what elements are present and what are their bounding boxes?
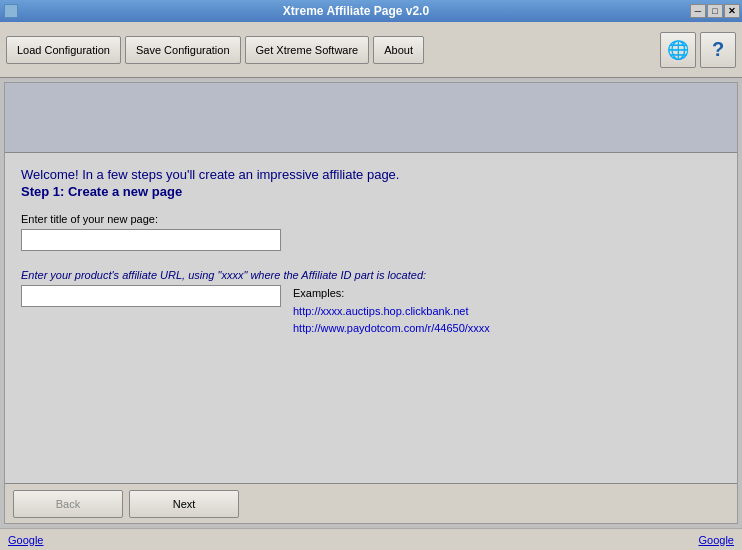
step-label: Step 1: Create a new page bbox=[21, 184, 721, 199]
title-bar: Xtreme Affiliate Page v2.0 ─ □ ✕ bbox=[0, 0, 742, 22]
next-button[interactable]: Next bbox=[129, 490, 239, 518]
url-section: Enter your product's affiliate URL, usin… bbox=[21, 269, 721, 338]
help-icon: ? bbox=[712, 38, 724, 61]
google-link-left[interactable]: Google bbox=[8, 534, 43, 546]
toolbar-icons: 🌐 ? bbox=[660, 32, 736, 68]
google-link-right[interactable]: Google bbox=[699, 534, 734, 546]
content-area: Welcome! In a few steps you'll create an… bbox=[5, 153, 737, 483]
title-bar-left bbox=[0, 4, 22, 18]
minimize-button[interactable]: ─ bbox=[690, 4, 706, 18]
examples-title: Examples: bbox=[293, 287, 344, 299]
affiliate-url-input[interactable] bbox=[21, 285, 281, 307]
globe-icon: 🌐 bbox=[667, 39, 689, 61]
get-software-button[interactable]: Get Xtreme Software bbox=[245, 36, 370, 64]
globe-icon-button[interactable]: 🌐 bbox=[660, 32, 696, 68]
maximize-button[interactable]: □ bbox=[707, 4, 723, 18]
footer-buttons: Back Next bbox=[13, 490, 239, 518]
about-button[interactable]: About bbox=[373, 36, 424, 64]
url-field-label: Enter your product's affiliate URL, usin… bbox=[21, 269, 721, 281]
save-config-button[interactable]: Save Configuration bbox=[125, 36, 241, 64]
help-icon-button[interactable]: ? bbox=[700, 32, 736, 68]
back-button[interactable]: Back bbox=[13, 490, 123, 518]
close-button[interactable]: ✕ bbox=[724, 4, 740, 18]
footer-nav: Back Next bbox=[5, 483, 737, 523]
main-area: Welcome! In a few steps you'll create an… bbox=[4, 82, 738, 524]
page-title-input[interactable] bbox=[21, 229, 281, 251]
example-url-1: http://xxxx.auctips.hop.clickbank.net bbox=[293, 303, 490, 321]
app-icon bbox=[4, 4, 18, 18]
status-bar: Google Google bbox=[0, 528, 742, 550]
load-config-button[interactable]: Load Configuration bbox=[6, 36, 121, 64]
url-row: Examples: http://xxxx.auctips.hop.clickb… bbox=[21, 285, 721, 338]
title-field-label: Enter title of your new page: bbox=[21, 213, 721, 225]
window-title: Xtreme Affiliate Page v2.0 bbox=[22, 4, 690, 18]
banner-area bbox=[5, 83, 737, 153]
example-url-2: http://www.paydotcom.com/r/44650/xxxx bbox=[293, 320, 490, 338]
window-controls: ─ □ ✕ bbox=[690, 4, 742, 18]
examples-block: Examples: http://xxxx.auctips.hop.clickb… bbox=[293, 285, 490, 338]
welcome-text: Welcome! In a few steps you'll create an… bbox=[21, 167, 721, 182]
toolbar: Load Configuration Save Configuration Ge… bbox=[0, 22, 742, 78]
